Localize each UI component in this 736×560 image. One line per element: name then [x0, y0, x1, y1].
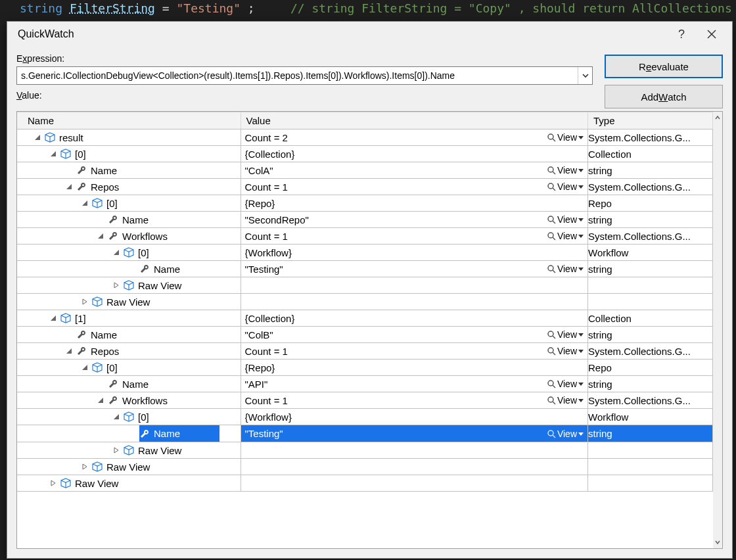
close-button[interactable] — [697, 24, 727, 44]
expander-closed-icon[interactable] — [49, 478, 58, 488]
table-row[interactable]: [0]{Collection}Collection — [17, 146, 713, 162]
view-visualizer-button[interactable]: View — [547, 329, 584, 340]
view-visualizer-button[interactable]: View — [547, 165, 584, 175]
table-row[interactable]: Name"API"Viewstring — [17, 376, 713, 392]
box-icon — [92, 198, 103, 208]
view-visualizer-button[interactable]: View — [547, 346, 584, 356]
table-row[interactable]: WorkflowsCount = 1ViewSystem.Collections… — [17, 228, 713, 245]
table-row[interactable]: WorkflowsCount = 1ViewSystem.Collections… — [17, 392, 713, 409]
row-name: Name — [91, 165, 117, 176]
svg-marker-59 — [578, 399, 584, 402]
expander-closed-icon[interactable] — [80, 297, 89, 306]
row-value: Count = 1 — [245, 231, 288, 242]
dropdown-triangle-icon — [578, 381, 584, 386]
magnifier-icon — [547, 133, 556, 142]
view-visualizer-button[interactable]: View — [547, 264, 584, 274]
wrench-icon — [108, 214, 118, 225]
expander-open-icon[interactable] — [33, 133, 42, 142]
col-header-type[interactable]: Type — [588, 112, 713, 129]
svg-point-57 — [548, 397, 553, 402]
row-type: Workflow — [588, 411, 628, 423]
dropdown-triangle-icon — [578, 184, 584, 189]
magnifier-icon — [547, 429, 556, 438]
row-name: Workflows — [122, 395, 168, 406]
svg-marker-33 — [578, 268, 584, 271]
svg-line-58 — [553, 402, 555, 404]
row-type: System.Collections.G... — [588, 132, 691, 143]
row-type: Repo — [588, 198, 612, 209]
help-button[interactable]: ? — [666, 24, 697, 44]
table-row[interactable]: Name"ColB"Viewstring — [17, 327, 713, 343]
row-name: Name — [122, 379, 149, 390]
table-row[interactable]: Raw View — [17, 475, 713, 492]
expander-open-icon[interactable] — [64, 346, 74, 356]
scroll-down-icon[interactable] — [713, 536, 722, 548]
vertical-scrollbar[interactable] — [713, 112, 722, 548]
add-watch-button[interactable]: Add Watch — [605, 85, 723, 108]
scroll-up-icon[interactable] — [713, 112, 722, 124]
table-row[interactable]: [0]{Repo}Repo — [17, 360, 713, 376]
view-visualizer-button[interactable]: View — [547, 132, 584, 143]
table-row[interactable]: ReposCount = 1ViewSystem.Collections.G..… — [17, 179, 713, 195]
magnifier-icon — [547, 182, 556, 191]
table-row[interactable]: [0]{Workflow}Workflow — [17, 245, 713, 261]
row-name: Raw View — [106, 296, 150, 308]
col-header-value[interactable]: Value — [241, 112, 588, 129]
view-visualizer-button[interactable]: View — [547, 214, 584, 225]
wrench-icon — [76, 181, 87, 192]
expander-open-icon[interactable] — [80, 363, 89, 372]
table-row[interactable]: resultCount = 2ViewSystem.Collections.G.… — [17, 129, 713, 146]
view-visualizer-button[interactable]: View — [547, 231, 584, 241]
table-row[interactable]: Raw View — [17, 442, 713, 459]
table-row[interactable]: Name"Testing"Viewstring — [17, 261, 713, 277]
table-row[interactable]: [1]{Collection}Collection — [17, 310, 713, 327]
view-visualizer-button[interactable]: View — [547, 395, 584, 406]
help-label: ? — [678, 28, 685, 41]
view-visualizer-button[interactable]: View — [547, 429, 584, 439]
view-visualizer-button[interactable]: View — [547, 379, 584, 389]
table-row[interactable]: Raw View — [17, 294, 713, 310]
table-row[interactable]: Name"Testing"Viewstring — [17, 425, 713, 442]
expander-open-icon[interactable] — [64, 182, 74, 191]
reevaluate-button[interactable]: Reevaluate — [605, 55, 723, 78]
svg-marker-18 — [82, 200, 87, 206]
row-name: [0] — [75, 149, 86, 160]
row-value: Count = 1 — [245, 395, 288, 406]
expander-open-icon[interactable] — [112, 412, 121, 421]
expander-open-icon[interactable] — [80, 198, 89, 208]
magnifier-icon — [547, 330, 556, 339]
svg-marker-34 — [114, 283, 118, 288]
expander-open-icon[interactable] — [96, 396, 105, 405]
svg-marker-2 — [35, 135, 40, 140]
svg-marker-23 — [578, 218, 584, 222]
row-name: Workflows — [122, 231, 168, 242]
magnifier-icon — [547, 264, 556, 273]
row-name: Repos — [91, 181, 119, 193]
svg-marker-55 — [578, 383, 584, 386]
svg-marker-27 — [578, 235, 584, 238]
row-type: string — [588, 264, 612, 275]
box-icon — [60, 149, 71, 159]
box-icon — [124, 411, 134, 422]
table-row[interactable]: ReposCount = 1ViewSystem.Collections.G..… — [17, 343, 713, 360]
table-row[interactable]: Raw View — [17, 459, 713, 475]
expander-closed-icon[interactable] — [80, 462, 89, 471]
row-name: [0] — [138, 411, 149, 423]
magnifier-icon — [547, 166, 556, 175]
view-visualizer-button[interactable]: View — [547, 181, 584, 192]
expander-open-icon[interactable] — [112, 248, 121, 257]
expander-open-icon[interactable] — [49, 149, 58, 158]
table-row[interactable]: Name"SecondRepo"Viewstring — [17, 212, 713, 228]
expression-input[interactable] — [16, 66, 593, 85]
col-header-name[interactable]: Name — [17, 112, 241, 129]
box-icon — [92, 362, 103, 373]
table-row[interactable]: [0]{Workflow}Workflow — [17, 409, 713, 425]
table-row[interactable]: [0]{Repo}Repo — [17, 195, 713, 212]
expression-dropdown-button[interactable] — [578, 67, 592, 84]
table-row[interactable]: Raw View — [17, 277, 713, 294]
expander-open-icon[interactable] — [96, 231, 105, 241]
expander-closed-icon[interactable] — [112, 281, 121, 290]
expander-closed-icon[interactable] — [112, 446, 121, 455]
expander-open-icon[interactable] — [49, 314, 58, 323]
table-row[interactable]: Name"ColA"Viewstring — [17, 162, 713, 179]
